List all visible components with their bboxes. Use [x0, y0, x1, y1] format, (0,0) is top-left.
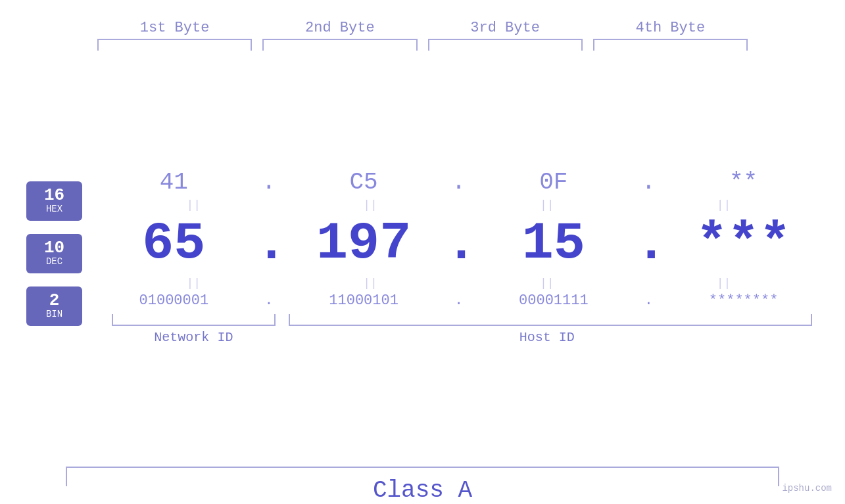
- dec-dot3: .: [635, 214, 662, 274]
- bin-badge: 2 BIN: [26, 286, 82, 326]
- dec-badge: 10 DEC: [26, 234, 82, 273]
- bin-b4-group: ********: [662, 292, 825, 309]
- hex-dot2: .: [446, 169, 472, 196]
- dec-b1-group: 65: [92, 218, 256, 270]
- eq2-b2: ||: [282, 277, 459, 290]
- equals-row-1: || || || ||: [92, 198, 825, 212]
- class-bracket-line: [66, 467, 779, 468]
- id-labels-row: Network ID Host ID: [92, 330, 825, 345]
- hex-num: 16: [44, 187, 64, 204]
- byte2-header: 2nd Byte: [257, 20, 422, 36]
- hex-b4-group: **: [662, 169, 825, 196]
- bin-values-row: 01000001 . 11000101 . 00001111 .: [92, 292, 825, 309]
- bin-b1-group: 01000001: [92, 292, 256, 309]
- dec-b3-group: 15: [472, 218, 636, 270]
- hex-b3: 0F: [539, 169, 567, 196]
- bin-b2: 11000101: [329, 292, 398, 309]
- watermark: ipshu.com: [782, 483, 832, 493]
- eq2-b4: ||: [635, 277, 812, 290]
- dec-b4: ***: [696, 218, 791, 270]
- eq2-b3: ||: [459, 277, 636, 290]
- eq1-b3: ||: [459, 198, 636, 212]
- hex-values-row: 41 . C5 . 0F . **: [92, 169, 825, 196]
- base-badges-col: 16 HEX 10 DEC 2 BIN: [0, 181, 92, 332]
- dec-dot2: .: [446, 214, 472, 274]
- network-id-label: Network ID: [105, 330, 282, 345]
- bin-num: 2: [49, 292, 60, 309]
- host-id-label: Host ID: [282, 330, 812, 345]
- hex-badge: 16 HEX: [26, 181, 82, 221]
- hex-dot1: .: [256, 169, 282, 196]
- byte-headers: 1st Byte 2nd Byte 3rd Byte 4th Byte: [0, 20, 845, 36]
- byte4-header: 4th Byte: [588, 20, 753, 36]
- eq1-b2: ||: [282, 198, 459, 212]
- bracket-1: [97, 39, 252, 51]
- hex-b1: 41: [160, 169, 188, 196]
- hex-b3-group: 0F: [472, 169, 636, 196]
- bin-b3-group: 00001111: [472, 292, 636, 309]
- bin-b1: 01000001: [139, 292, 209, 309]
- byte1-header: 1st Byte: [92, 20, 257, 36]
- dec-b4-group: ***: [662, 218, 825, 270]
- hex-b1-group: 41: [92, 169, 256, 196]
- class-label-row: Class A: [0, 477, 845, 504]
- eq1-b4: ||: [635, 198, 812, 212]
- byte3-header: 3rd Byte: [423, 20, 588, 36]
- bin-label: BIN: [46, 309, 62, 320]
- rows-wrapper: 16 HEX 10 DEC 2 BIN 41 .: [0, 51, 845, 463]
- eq1-b1: ||: [105, 198, 282, 212]
- host-bracket-container: [282, 314, 812, 326]
- eq2-b1: ||: [105, 277, 282, 290]
- network-bracket-container: [105, 314, 282, 326]
- dec-dot1: .: [256, 214, 282, 274]
- network-bracket: [112, 314, 276, 326]
- bracket-3: [428, 39, 583, 51]
- host-bracket: [289, 314, 812, 326]
- hex-b2-group: C5: [282, 169, 446, 196]
- hex-b4: **: [729, 169, 758, 196]
- ip-display-col: 41 . C5 . 0F . **: [92, 169, 845, 345]
- bottom-brackets-row: [92, 314, 825, 326]
- dec-b1: 65: [142, 218, 205, 270]
- dec-label: DEC: [46, 256, 62, 267]
- dec-b3: 15: [522, 218, 585, 270]
- equals-row-2: || || || ||: [92, 277, 825, 290]
- bracket-2: [262, 39, 417, 51]
- main-container: 1st Byte 2nd Byte 3rd Byte 4th Byte 16 H…: [0, 0, 845, 504]
- dec-values-row: 65 . 197 . 15 . ***: [92, 214, 825, 274]
- top-brackets: [0, 39, 845, 51]
- hex-b2: C5: [350, 169, 378, 196]
- hex-dot3: .: [635, 169, 662, 196]
- dec-num: 10: [44, 239, 64, 256]
- hex-label: HEX: [46, 204, 62, 215]
- bin-dot2: .: [446, 292, 472, 309]
- bin-dot3: .: [635, 292, 662, 309]
- class-label: Class A: [373, 477, 472, 504]
- dec-b2-group: 197: [282, 218, 446, 270]
- bracket-4: [593, 39, 748, 51]
- dec-b2: 197: [316, 218, 411, 270]
- bin-b2-group: 11000101: [282, 292, 446, 309]
- bin-b3: 00001111: [519, 292, 589, 309]
- bin-b4: ********: [709, 292, 779, 309]
- bin-dot1: .: [256, 292, 282, 309]
